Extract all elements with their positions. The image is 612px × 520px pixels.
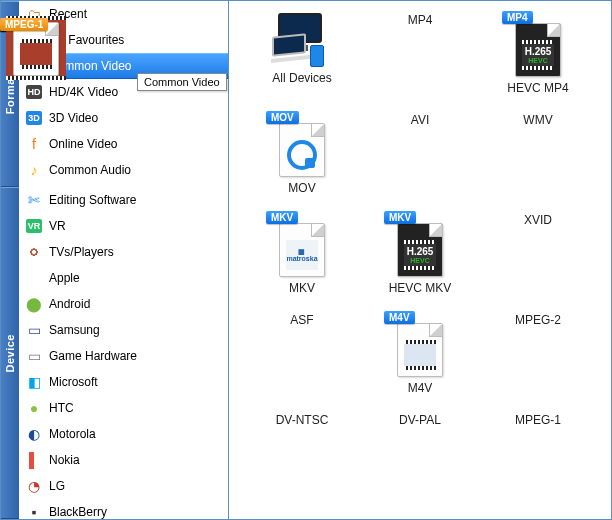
editing-software-icon: ✄: [25, 191, 43, 209]
device-item-label: Samsung: [49, 323, 222, 337]
game-hardware-icon: ▭: [25, 347, 43, 365]
device-item-label: Nokia: [49, 453, 222, 467]
device-item-editing-software[interactable]: ✄Editing Software: [19, 187, 228, 213]
tile-avi[interactable]: AVIAVI: [365, 113, 475, 195]
tooltip: Common Video: [137, 73, 227, 91]
device-item-label: Android: [49, 297, 222, 311]
tile-dv-ntsc[interactable]: DVDV-NTSC: [247, 413, 357, 427]
tile-asf[interactable]: ASFASF: [247, 313, 357, 395]
tile-mp4[interactable]: MP4MP4: [365, 13, 475, 95]
device-item-vr[interactable]: VRVR: [19, 213, 228, 239]
tile-label: HEVC MP4: [507, 81, 568, 95]
device-item-label: HTC: [49, 401, 222, 415]
nokia-icon: ▌: [25, 451, 43, 469]
3d-video-icon: 3D: [25, 109, 43, 127]
tile-mkv[interactable]: ▦matroskaMKVMKV: [247, 213, 357, 295]
tile-thumb: [272, 13, 332, 67]
tile-label: WMV: [523, 113, 552, 127]
device-item-htc[interactable]: ●HTC: [19, 395, 228, 421]
vr-icon: VR: [25, 217, 43, 235]
common-audio-icon: ♪: [25, 161, 43, 179]
online-video-icon: f: [25, 135, 43, 153]
device-item-blackberry[interactable]: ▪BlackBerry: [19, 499, 228, 519]
htc-icon: ●: [25, 399, 43, 417]
tile-label: DV-NTSC: [276, 413, 329, 427]
tile-label: MP4: [408, 13, 433, 27]
tile-thumb: M4V: [390, 313, 450, 377]
device-item-label: Game Hardware: [49, 349, 222, 363]
blackberry-icon: ▪: [25, 503, 43, 520]
tile-hevc-mp4[interactable]: H.265HEVCMP4HEVC MP4: [483, 13, 593, 95]
all-devices-icon: [272, 13, 332, 67]
device-section: Device ✄Editing SoftwareVRVR⭘TVs/Players…: [1, 187, 228, 519]
motorola-icon: ◐: [25, 425, 43, 443]
device-item-game-hardware[interactable]: ▭Game Hardware: [19, 343, 228, 369]
right-pane[interactable]: All DevicesMP4MP4H.265HEVCMP4HEVC MP4MOV…: [229, 1, 611, 519]
device-item-android[interactable]: ⬤Android: [19, 291, 228, 317]
format-item-label: My Favourites: [49, 33, 222, 47]
format-item-online-video[interactable]: fOnline Video: [19, 131, 228, 157]
format-item-label: Common Video: [49, 59, 222, 73]
tile-thumb: MOV: [272, 113, 332, 177]
tile-label: HEVC MKV: [389, 281, 452, 295]
format-tag: M4V: [384, 311, 415, 324]
tile-label: MOV: [288, 181, 315, 195]
device-item-motorola[interactable]: ◐Motorola: [19, 421, 228, 447]
tile-thumb: H.265HEVCMKV: [390, 213, 450, 277]
tile-label: M4V: [408, 381, 433, 395]
format-item-label: Common Audio: [49, 163, 222, 177]
tile-label: DV-PAL: [399, 413, 441, 427]
hd-4k-video-icon: HD: [25, 83, 43, 101]
lg-icon: ◔: [25, 477, 43, 495]
tile-label: MPEG-1: [515, 413, 561, 427]
format-tag: MKV: [384, 211, 416, 224]
device-item-nokia[interactable]: ▌Nokia: [19, 447, 228, 473]
device-item-label: Apple: [49, 271, 222, 285]
tile-label: MPEG-2: [515, 313, 561, 327]
device-item-label: BlackBerry: [49, 505, 222, 519]
device-vtab[interactable]: Device: [1, 187, 19, 519]
tile-hevc-mkv[interactable]: H.265HEVCMKVHEVC MKV: [365, 213, 475, 295]
format-item-label: Recent: [49, 7, 222, 21]
tile-thumb: H.265HEVCMP4: [508, 13, 568, 77]
tile-mov[interactable]: MOVMOV: [247, 113, 357, 195]
app-root: Format 🗂Recent❤My Favourites▭Common Vide…: [1, 1, 611, 519]
tile-label: All Devices: [272, 71, 331, 85]
apple-icon: [25, 269, 43, 287]
tile-xvid[interactable]: XVIDXVID: [483, 213, 593, 295]
device-item-label: Motorola: [49, 427, 222, 441]
tile-all-devices[interactable]: All Devices: [247, 13, 357, 95]
device-item-label: Microsoft: [49, 375, 222, 389]
format-grid: All DevicesMP4MP4H.265HEVCMP4HEVC MP4MOV…: [229, 1, 611, 443]
device-item-tvs-players[interactable]: ⭘TVs/Players: [19, 239, 228, 265]
tile-wmv[interactable]: WMVWMV: [483, 113, 593, 195]
device-item-label: VR: [49, 219, 222, 233]
format-tag: MOV: [266, 111, 299, 124]
tile-m4v[interactable]: M4VM4V: [365, 313, 475, 395]
format-tag: MP4: [502, 11, 533, 24]
format-tag: MKV: [266, 211, 298, 224]
tile-label: ASF: [290, 313, 313, 327]
tile-label: XVID: [524, 213, 552, 227]
android-icon: ⬤: [25, 295, 43, 313]
tile-mpeg-1[interactable]: MPEG-1MPEG-1: [483, 413, 593, 427]
device-vtab-label: Device: [4, 334, 16, 372]
format-item-label: Online Video: [49, 137, 222, 151]
device-list[interactable]: ✄Editing SoftwareVRVR⭘TVs/PlayersApple⬤A…: [19, 187, 228, 519]
tile-mpeg-2[interactable]: MPEG-2MPEG-2: [483, 313, 593, 395]
device-item-samsung[interactable]: ▭Samsung: [19, 317, 228, 343]
format-item-common-audio[interactable]: ♪Common Audio: [19, 157, 228, 183]
format-item-label: 3D Video: [49, 111, 222, 125]
tile-label: MKV: [289, 281, 315, 295]
device-item-label: TVs/Players: [49, 245, 222, 259]
device-item-apple[interactable]: Apple: [19, 265, 228, 291]
samsung-icon: ▭: [25, 321, 43, 339]
device-item-label: Editing Software: [49, 193, 222, 207]
format-item-3d-video[interactable]: 3D3D Video: [19, 105, 228, 131]
device-item-lg[interactable]: ◔LG: [19, 473, 228, 499]
device-item-label: LG: [49, 479, 222, 493]
tile-dv-pal[interactable]: DVDV-PAL: [365, 413, 475, 427]
device-item-microsoft[interactable]: ◧Microsoft: [19, 369, 228, 395]
tvs-players-icon: ⭘: [25, 243, 43, 261]
tile-thumb: ▦matroskaMKV: [272, 213, 332, 277]
